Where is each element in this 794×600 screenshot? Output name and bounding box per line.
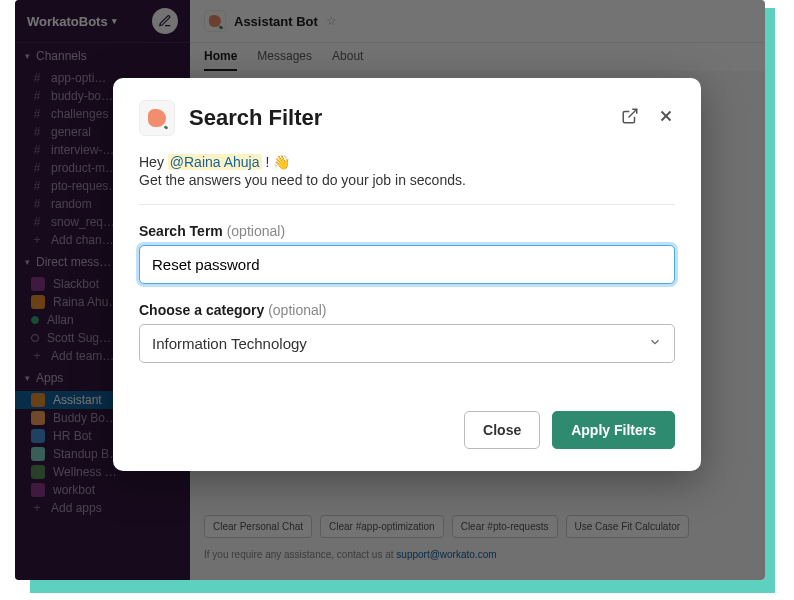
- channel-name: product-m…: [51, 161, 117, 175]
- channel-name: buddy-bo…: [51, 89, 113, 103]
- channel-name: challenges: [51, 107, 108, 121]
- plus-icon: +: [31, 233, 43, 247]
- app-name: Buddy Bo…: [53, 411, 117, 425]
- footer-text: If you require any assistance, contact u…: [204, 549, 497, 560]
- app-icon: [31, 393, 45, 407]
- app-icon: [31, 483, 45, 497]
- dm-label: Direct mess…: [36, 255, 111, 269]
- chevron-down-icon: ▾: [112, 16, 117, 26]
- user-mention[interactable]: @Raina Ahuja: [168, 154, 262, 170]
- star-icon[interactable]: ☆: [326, 14, 337, 28]
- bottom-action-row: Clear Personal Chat Clear #app-optimizat…: [204, 515, 689, 538]
- tabs: Home Messages About: [190, 43, 765, 71]
- sidebar-app-item[interactable]: workbot: [15, 481, 190, 499]
- channel-name: snow_req…: [51, 215, 115, 229]
- clear-pto-requests-button[interactable]: Clear #pto-requests: [452, 515, 558, 538]
- workspace-name-text: WorkatoBots: [27, 14, 108, 29]
- hash-icon: #: [31, 107, 43, 121]
- modal-footer: Close Apply Filters: [139, 411, 675, 449]
- main-header: Assistant Bot ☆: [190, 0, 765, 43]
- dm-name: Raina Ahu…: [53, 295, 120, 309]
- hash-icon: #: [31, 89, 43, 103]
- optional-text: (optional): [268, 302, 326, 318]
- category-field: Choose a category (optional) Information…: [139, 302, 675, 363]
- search-term-input[interactable]: [139, 245, 675, 284]
- category-label: Choose a category (optional): [139, 302, 675, 318]
- hash-icon: #: [31, 179, 43, 193]
- compose-button[interactable]: [152, 8, 178, 34]
- close-button[interactable]: Close: [464, 411, 540, 449]
- page-title: Assistant Bot: [234, 14, 318, 29]
- channel-name: app-opti…: [51, 71, 106, 85]
- apps-label: Apps: [36, 371, 63, 385]
- hash-icon: #: [31, 215, 43, 229]
- dm-name: Allan: [47, 313, 74, 327]
- app-name: Standup B…: [53, 447, 121, 461]
- app-name: Assistant: [53, 393, 102, 407]
- dm-name: Scott Sug…: [47, 331, 111, 345]
- close-icon[interactable]: [657, 107, 675, 129]
- modal-app-icon: [139, 100, 175, 136]
- app-name: HR Bot: [53, 429, 92, 443]
- modal-subtext: Get the answers you need to do your job …: [139, 172, 675, 188]
- avatar: [31, 295, 45, 309]
- add-apps-label: Add apps: [51, 501, 102, 515]
- modal-title: Search Filter: [189, 105, 607, 131]
- use-case-calculator-button[interactable]: Use Case Fit Calculator: [566, 515, 690, 538]
- hash-icon: #: [31, 161, 43, 175]
- channel-name: interview-…: [51, 143, 114, 157]
- search-term-label: Search Term (optional): [139, 223, 675, 239]
- hash-icon: #: [31, 197, 43, 211]
- workspace-header[interactable]: WorkatoBots ▾: [15, 0, 190, 43]
- search-label-text: Search Term: [139, 223, 223, 239]
- caret-down-icon: ▾: [25, 257, 30, 267]
- svg-line-0: [629, 109, 637, 117]
- clear-personal-chat-button[interactable]: Clear Personal Chat: [204, 515, 312, 538]
- caret-down-icon: ▾: [25, 51, 30, 61]
- channel-name: random: [51, 197, 92, 211]
- category-label-text: Choose a category: [139, 302, 264, 318]
- clear-app-optimization-button[interactable]: Clear #app-optimization: [320, 515, 444, 538]
- footer-prefix: If you require any assistance, contact u…: [204, 549, 396, 560]
- modal-top-actions: [621, 107, 675, 129]
- search-filter-modal: Search Filter Hey @Raina Ahuja ! 👋 Get t…: [113, 78, 701, 471]
- category-select[interactable]: Information Technology: [139, 324, 675, 363]
- greeting-line: Hey @Raina Ahuja ! 👋: [139, 154, 675, 170]
- presence-icon: [31, 334, 39, 342]
- caret-down-icon: ▾: [25, 373, 30, 383]
- tab-home[interactable]: Home: [204, 49, 237, 71]
- add-apps[interactable]: +Add apps: [15, 499, 190, 517]
- hash-icon: #: [31, 125, 43, 139]
- greeting-suffix: ! 👋: [262, 154, 291, 170]
- app-name: Wellness …: [53, 465, 117, 479]
- chevron-down-icon: [648, 335, 662, 352]
- external-link-icon[interactable]: [621, 107, 639, 129]
- presence-icon: [31, 316, 39, 324]
- tab-about[interactable]: About: [332, 49, 363, 71]
- modal-header: Search Filter: [139, 100, 675, 136]
- app-icon: [31, 411, 45, 425]
- add-channel-label: Add chan…: [51, 233, 114, 247]
- support-email-link[interactable]: support@workato.com: [396, 549, 496, 560]
- tab-messages[interactable]: Messages: [257, 49, 312, 71]
- optional-text: (optional): [227, 223, 285, 239]
- channel-name: pto-reques…: [51, 179, 120, 193]
- apply-filters-button[interactable]: Apply Filters: [552, 411, 675, 449]
- app-icon: [31, 465, 45, 479]
- app-icon: [31, 429, 45, 443]
- dm-name: Slackbot: [53, 277, 99, 291]
- workspace-name: WorkatoBots ▾: [27, 14, 117, 29]
- greeting-prefix: Hey: [139, 154, 168, 170]
- plus-icon: +: [31, 501, 43, 515]
- hash-icon: #: [31, 143, 43, 157]
- app-icon: [31, 447, 45, 461]
- search-term-field: Search Term (optional): [139, 223, 675, 284]
- plus-icon: +: [31, 349, 43, 363]
- add-teammate-label: Add team…: [51, 349, 114, 363]
- avatar: [31, 277, 45, 291]
- channel-name: general: [51, 125, 91, 139]
- channels-section-header[interactable]: ▾ Channels: [15, 43, 190, 69]
- app-name: workbot: [53, 483, 95, 497]
- bot-avatar: [204, 10, 226, 32]
- divider: [139, 204, 675, 205]
